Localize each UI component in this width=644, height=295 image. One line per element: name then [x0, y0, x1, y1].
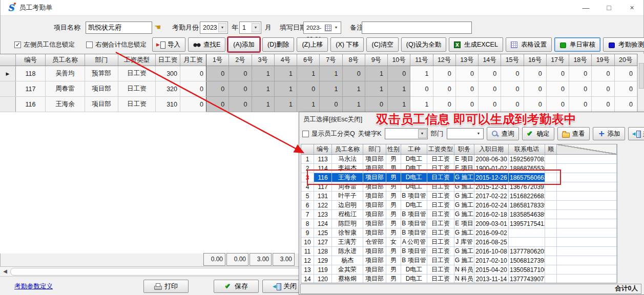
employee-row[interactable]: 14 120 蔡格炯 项目部 男 D电工 日工资 N 科员 2013-11-14… — [301, 275, 617, 284]
department-combo[interactable]: ▼ — [447, 128, 484, 139]
day-value-cell[interactable]: 0 — [501, 97, 524, 112]
day-value-cell[interactable]: 0 — [614, 66, 637, 81]
show-classify-checkbox[interactable]: 显示员工分类Q — [302, 130, 355, 138]
employee-row[interactable]: 7 123 程桅江 项目部 男 B 项目管 日工资 G 施工 2016-02-1… — [301, 210, 617, 219]
day-value-cell[interactable]: 1 — [320, 66, 342, 81]
dialog-button[interactable]: 查看 — [557, 127, 590, 140]
table-row[interactable]: ▶ 118 吴善均 预算部 日工资 300 0 0011110101000000… — [0, 66, 637, 81]
day-value-cell[interactable]: 0 — [614, 81, 637, 97]
day-value-cell[interactable]: 1 — [252, 97, 274, 112]
day-value-cell[interactable]: 0 — [592, 66, 614, 81]
day-value-cell[interactable]: 1 — [365, 81, 387, 97]
lock-checkbox[interactable]: 左侧员工信息锁定 — [14, 40, 75, 49]
day-value-cell[interactable]: 1 — [320, 81, 342, 97]
day-value-cell[interactable]: 0 — [479, 97, 501, 112]
day-value-cell[interactable]: 0 — [206, 97, 229, 112]
day-value-cell[interactable]: 0 — [592, 97, 614, 112]
dialog-button[interactable]: 查询 — [487, 127, 519, 140]
dialog-button[interactable]: 添加 — [593, 127, 625, 140]
day-value-cell[interactable]: 1 — [274, 97, 297, 112]
table-row[interactable]: 117 周春雷 项目部 日工资 320 0 001101111000000000… — [0, 81, 637, 97]
employee-row[interactable]: 6 122 边启明 项目部 男 D电工 日工资 G 施工 2016-02-24 … — [301, 201, 617, 210]
lock-checkbox[interactable]: 右侧合计信息锁定 — [86, 40, 147, 49]
toolbar-button[interactable]: 表格设置 — [506, 37, 552, 52]
close-button[interactable]: × — [620, 0, 643, 15]
employee-row[interactable]: 8 124 陈巨明 项目部 男 B 项目管 日工资 E 项目 2009-03-0… — [301, 219, 617, 228]
day-value-cell[interactable]: 0 — [433, 66, 455, 81]
dialog-button[interactable]: 确定 — [522, 127, 554, 140]
toolbar-button[interactable]: 考勤验测 — [603, 37, 644, 52]
day-value-cell[interactable]: 0 — [569, 97, 592, 112]
day-value-cell[interactable]: 0 — [524, 66, 546, 81]
employee-row[interactable]: 2 114 李福杰 项目部 男 D电工 日工资 E 项目 1900-01-02 … — [301, 164, 617, 173]
day-value-cell[interactable]: 0 — [388, 66, 410, 81]
day-value-cell[interactable]: 1 — [410, 66, 433, 81]
day-value-cell[interactable]: 1 — [388, 97, 410, 112]
keyword-combo[interactable]: ▼ — [385, 128, 428, 139]
day-value-cell[interactable]: 0 — [455, 81, 478, 97]
day-value-cell[interactable]: 1 — [297, 66, 320, 81]
employee-row[interactable]: 9 125 徐智康 项目部 男 B 项目管 日工资 G 施工 2016-09-0… — [301, 228, 617, 238]
day-value-cell[interactable]: 0 — [206, 81, 229, 97]
day-value-cell[interactable]: 0 — [501, 81, 524, 97]
day-value-cell[interactable]: 0 — [546, 97, 569, 112]
day-value-cell[interactable]: 0 — [229, 97, 252, 112]
scroll-left-arrow-icon[interactable]: ◀ — [2, 268, 9, 275]
toolbar-button[interactable]: 生成EXCEL — [449, 37, 503, 52]
employee-row[interactable]: 12 129 杨杰 项目部 男 B 项目管 日工资 G 施工 2017-02-1… — [301, 256, 617, 265]
employee-row[interactable]: 11 128 陈永进 项目部 男 B 项目管 日工资 G 施工 2016-10-… — [301, 247, 617, 256]
toolbar-button[interactable]: (C)清空 — [366, 37, 398, 52]
day-value-cell[interactable]: 1 — [365, 66, 387, 81]
day-value-cell[interactable]: 1 — [252, 66, 274, 81]
day-value-cell[interactable]: 0 — [455, 66, 478, 81]
day-value-cell[interactable]: 0 — [614, 97, 637, 112]
day-value-cell[interactable]: 0 — [546, 81, 569, 97]
employee-row[interactable]: 5 131 叶平子 项目部 男 B 项目管 日工资 G 施工 2017-02-2… — [301, 192, 617, 201]
toolbar-button[interactable]: (Q)设为全勤 — [401, 37, 446, 52]
day-value-cell[interactable]: 0 — [342, 66, 365, 81]
day-value-cell[interactable]: 0 — [433, 81, 455, 97]
day-value-cell[interactable]: 1 — [297, 97, 320, 112]
day-value-cell[interactable]: 0 — [206, 66, 229, 81]
day-value-cell[interactable]: 0 — [297, 81, 320, 97]
scrollbar-thumb[interactable] — [639, 63, 644, 89]
toolbar-button[interactable]: (D)删除 — [262, 37, 294, 52]
table-row[interactable]: 116 王海余 项目部 日工资 310 0 001110101100000000… — [0, 97, 637, 112]
day-value-cell[interactable]: 0 — [524, 81, 546, 97]
fill-date-picker[interactable]: 2023-02-01 ▼ — [303, 22, 341, 34]
day-value-cell[interactable]: 0 — [479, 66, 501, 81]
project-name-input[interactable] — [86, 22, 152, 34]
toolbar-button[interactable]: 查找E — [188, 37, 225, 52]
day-value-cell[interactable]: 0 — [479, 81, 501, 97]
day-value-cell[interactable]: 1 — [410, 97, 433, 112]
dialog-button[interactable]: 关闭 — [628, 127, 644, 140]
note-input[interactable] — [362, 22, 472, 34]
day-value-cell[interactable]: 1 — [388, 81, 410, 97]
employee-row[interactable]: 3 116 王海余 项目部 男 D电工 日工资 G 施工 2015-12-26 … — [301, 173, 617, 182]
employee-row[interactable]: 10 127 王满芳 仓管部 女 A 公司管 日工资 J 库管 2016-08-… — [301, 238, 617, 247]
day-value-cell[interactable]: 0 — [592, 81, 614, 97]
maximize-button[interactable]: □ — [597, 0, 620, 15]
toolbar-button[interactable]: (A)添加 — [228, 37, 260, 52]
bottom-button[interactable]: 保存 — [214, 280, 259, 293]
employee-row[interactable]: 1 113 马永法 项目部 男 D电工 日工资 E 项目 2008-06-30 … — [301, 155, 617, 164]
employee-row[interactable]: 13 119 金其荣 项目部 男 D电工 日工资 N 科员 2015-04-20… — [301, 265, 617, 275]
day-value-cell[interactable]: 0 — [546, 66, 569, 81]
toolbar-button[interactable]: 导入 — [152, 37, 185, 52]
employee-row[interactable]: 4 117 周春雷 项目部 男 D电工 日工资 G 施工 2015-12-31 … — [301, 182, 617, 192]
day-value-cell[interactable]: 1 — [274, 81, 297, 97]
day-value-cell[interactable]: 0 — [433, 97, 455, 112]
day-value-cell[interactable]: 0 — [455, 97, 478, 112]
toolbar-button[interactable]: (X) 下移 — [330, 37, 364, 52]
toolbar-button[interactable]: (Z)上移 — [297, 37, 328, 52]
day-value-cell[interactable]: 1 — [274, 66, 297, 81]
bottom-button[interactable]: 打印 — [143, 280, 189, 293]
day-value-cell[interactable]: 0 — [229, 81, 252, 97]
toolbar-button[interactable]: 单日审核 — [554, 37, 600, 52]
year-select[interactable]: 2023 ▼ — [200, 22, 228, 34]
day-value-cell[interactable]: 1 — [252, 81, 274, 97]
day-value-cell[interactable]: 0 — [569, 81, 592, 97]
day-value-cell[interactable]: 0 — [524, 97, 546, 112]
day-value-cell[interactable]: 1 — [342, 97, 365, 112]
day-value-cell[interactable]: 0 — [569, 66, 592, 81]
